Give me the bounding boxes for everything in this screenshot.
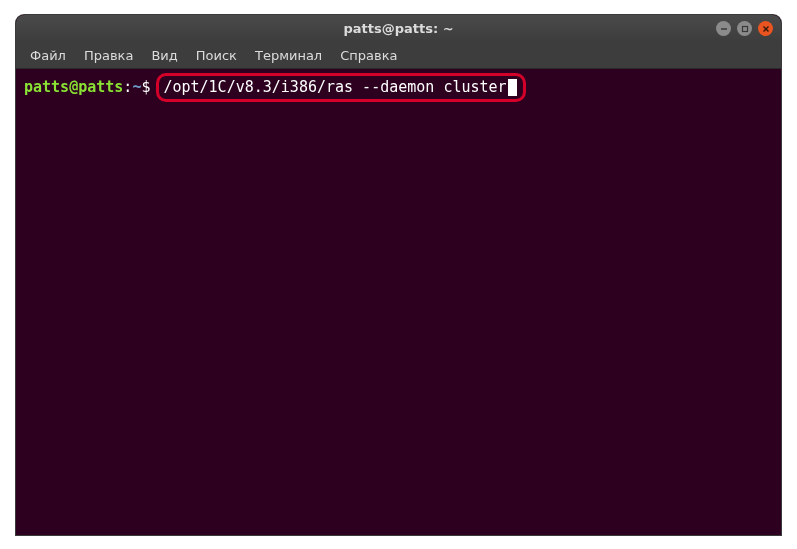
prompt-path: ~: [132, 78, 141, 98]
menubar: Файл Правка Вид Поиск Терминал Справка: [16, 43, 781, 69]
maximize-button[interactable]: [737, 21, 752, 36]
titlebar: patts@patts: ~: [16, 15, 781, 43]
menu-edit[interactable]: Правка: [76, 45, 141, 66]
terminal-body[interactable]: patts@patts:~$/opt/1C/v8.3/i386/ras --da…: [16, 69, 781, 535]
prompt-user-host: patts@patts: [24, 78, 123, 98]
maximize-icon: [741, 25, 749, 33]
prompt-symbol: $: [141, 78, 150, 98]
prompt-colon: :: [123, 78, 132, 98]
menu-file[interactable]: Файл: [22, 45, 74, 66]
window-controls: [716, 21, 773, 36]
window-title: patts@patts: ~: [343, 21, 453, 36]
command-text: /opt/1C/v8.3/i386/ras --daemon cluster: [163, 78, 506, 98]
prompt-line: patts@patts:~$/opt/1C/v8.3/i386/ras --da…: [24, 73, 773, 103]
menu-help[interactable]: Справка: [332, 45, 405, 66]
terminal-window: patts@patts: ~ Файл Правка Вид Поиск Тер…: [16, 15, 781, 535]
svg-rect-1: [742, 26, 747, 31]
command-highlight: /opt/1C/v8.3/i386/ras --daemon cluster: [156, 73, 525, 103]
cursor-icon: [508, 79, 517, 96]
minimize-button[interactable]: [716, 21, 731, 36]
menu-terminal[interactable]: Терминал: [247, 45, 330, 66]
close-button[interactable]: [758, 21, 773, 36]
menu-search[interactable]: Поиск: [188, 45, 245, 66]
minimize-icon: [720, 25, 728, 33]
menu-view[interactable]: Вид: [143, 45, 185, 66]
close-icon: [762, 25, 770, 33]
